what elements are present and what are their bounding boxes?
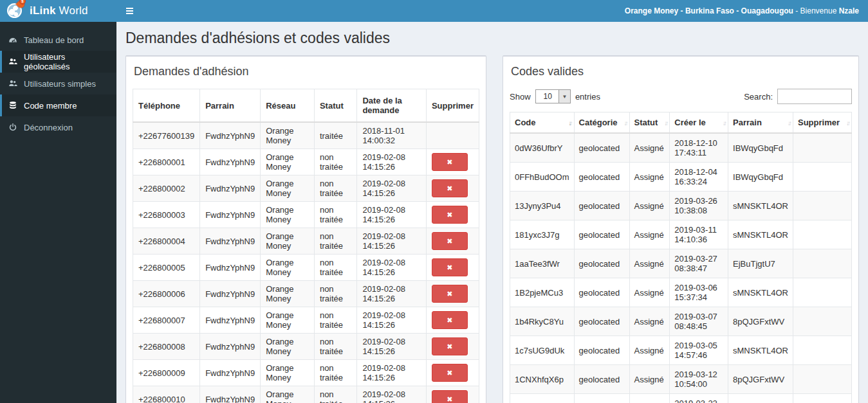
table-cell: Assigné xyxy=(629,336,670,365)
table-cell: non traitée xyxy=(314,255,357,281)
sort-icon: ↓↑ xyxy=(664,119,667,126)
table-cell: Assigné xyxy=(629,220,670,249)
table-cell xyxy=(793,249,851,278)
table-cell: sMNSKTL4OR xyxy=(728,278,793,307)
table-cell: non traitée xyxy=(314,386,357,403)
search-control: Search: xyxy=(744,89,852,104)
sidebar-toggle-button[interactable] xyxy=(116,0,143,22)
sidebar-menu: Tableau de bordUtilisateurs géolocalisés… xyxy=(0,22,116,138)
table-cell: Assigné xyxy=(629,192,670,220)
datatable-controls: Show 10 ▼ entries Search: xyxy=(510,89,852,104)
table-cell: 2019-03-26 10:38:08 xyxy=(670,192,728,220)
table-row: +226800008FwdhzYphN9Orange Moneynon trai… xyxy=(133,334,479,360)
users-icon xyxy=(8,79,17,88)
codes-column-header-sortable[interactable]: Catégorie↓↑ xyxy=(574,112,629,134)
table-cell: EjBuTjgtU7 xyxy=(728,249,793,278)
table-cell: +226800005 xyxy=(133,255,200,281)
globe-pin-logo-icon: $ xyxy=(7,3,24,19)
table-cell: 2019-02-08 14:15:26 xyxy=(357,175,427,202)
table-cell: Assigné xyxy=(629,249,670,278)
table-cell: Assigné xyxy=(629,394,670,403)
delete-button[interactable]: ✖ xyxy=(432,153,468,171)
table-cell xyxy=(793,278,851,307)
brand-logo[interactable]: $ iLink World xyxy=(0,0,116,22)
table-cell: Orange Money xyxy=(261,386,315,403)
table-cell: Orange Money xyxy=(261,255,315,281)
table-cell: 2019-03-22 08:45:22 xyxy=(670,394,728,403)
demandes-table: TéléphoneParrainRéseauStatutDate de la d… xyxy=(133,89,479,403)
sidebar-item-tableau-de-bord[interactable]: Tableau de bord xyxy=(0,29,116,51)
table-cell: Orange Money xyxy=(261,281,315,307)
table-cell: geolocated xyxy=(574,192,629,220)
table-cell: geolocated xyxy=(574,220,629,249)
codes-column-header-sortable[interactable]: Code↓↑ xyxy=(510,112,575,134)
sidebar-item-d-connexion[interactable]: Déconnexion xyxy=(0,116,116,138)
delete-button[interactable]: ✖ xyxy=(432,364,468,382)
table-cell: 2019-03-07 08:48:45 xyxy=(670,307,728,336)
table-cell: FwdhzYphN9 xyxy=(200,149,261,175)
sidebar-item-utilisateurs-simples[interactable]: Utilisateurs simples xyxy=(0,73,116,94)
table-cell xyxy=(793,192,851,220)
delete-button[interactable]: ✖ xyxy=(432,179,468,197)
table-cell: 2019-03-06 15:37:34 xyxy=(670,278,728,307)
table-row: 0dW36UfbrYgeolocatedAssigné2018-12-10 17… xyxy=(510,133,852,163)
sidebar: $ iLink World Tableau de bordUtilisateur… xyxy=(0,0,116,403)
codes-column-header-sortable[interactable]: Parrain↓↑ xyxy=(728,112,793,134)
table-cell: 8pQJGFxtWV xyxy=(728,365,793,394)
sidebar-item-label: Utilisateurs simples xyxy=(24,79,96,89)
table-cell: Assigné xyxy=(629,278,670,307)
codes-panel-title: Codes valides xyxy=(511,65,852,78)
table-cell: 2019-02-08 14:15:26 xyxy=(357,386,427,403)
table-row: 1d9CDtc4mvgeolocatedAssigné2019-03-22 08… xyxy=(510,394,852,403)
table-cell xyxy=(793,307,851,336)
demandes-column-header: Statut xyxy=(314,89,357,123)
table-cell: ✖ xyxy=(426,334,479,360)
table-cell: 1d9CDtc4mv xyxy=(510,394,575,403)
table-cell: 2019-02-08 14:15:26 xyxy=(357,202,427,228)
table-cell: ✖ xyxy=(426,149,479,175)
sidebar-item-utilisateurs-g-olocalis-s[interactable]: Utilisateurs géolocalisés xyxy=(0,51,116,73)
delete-button[interactable]: ✖ xyxy=(432,285,468,303)
demandes-column-header: Téléphone xyxy=(133,89,200,123)
demandes-panel: Demandes d'adhésion TéléphoneParrainRése… xyxy=(125,55,486,403)
table-cell: 2019-02-08 14:15:26 xyxy=(357,360,427,386)
table-row: +22677600139FwdhzYphN9Orange Moneytraité… xyxy=(133,122,479,149)
table-row: 1c7sUG9dUkgeolocatedAssigné2019-03-05 14… xyxy=(510,336,852,365)
table-cell: ✖ xyxy=(426,202,479,228)
table-cell: Assigné xyxy=(629,307,670,336)
table-row: +226800002FwdhzYphN9Orange Moneynon trai… xyxy=(133,175,479,202)
sort-icon: ↓↑ xyxy=(624,119,627,126)
table-cell: ✖ xyxy=(426,360,479,386)
sort-icon: ↓↑ xyxy=(569,119,571,126)
table-cell: 2019-03-12 10:54:00 xyxy=(670,365,728,394)
search-label: Search: xyxy=(744,92,773,102)
codes-column-header-sortable[interactable]: Créer le↓↑ xyxy=(670,112,728,134)
table-row: 1B2pjeMCu3geolocatedAssigné2019-03-06 15… xyxy=(510,278,852,307)
table-row: +226800004FwdhzYphN9Orange Moneynon trai… xyxy=(133,228,479,255)
table-cell: Orange Money xyxy=(261,334,315,360)
delete-button[interactable]: ✖ xyxy=(432,337,468,355)
codes-column-header-sortable[interactable]: Statut↓↑ xyxy=(629,112,670,134)
delete-button[interactable]: ✖ xyxy=(432,311,468,329)
delete-button[interactable]: ✖ xyxy=(432,258,468,276)
table-cell: 1c7sUG9dUk xyxy=(510,336,575,365)
table-cell: 13Jyny3Pu4 xyxy=(510,192,575,220)
delete-button[interactable]: ✖ xyxy=(432,232,468,250)
search-input[interactable] xyxy=(777,89,852,104)
table-cell: 2019-03-11 14:10:36 xyxy=(670,220,728,249)
power-icon xyxy=(8,123,17,132)
table-cell: Orange Money xyxy=(261,228,315,255)
table-cell: EjBuTjgtU7 xyxy=(728,394,793,403)
table-cell: +22677600139 xyxy=(133,122,200,149)
table-cell: 2018-12-10 17:43:11 xyxy=(670,133,728,163)
delete-button[interactable]: ✖ xyxy=(432,206,468,224)
page-length-select[interactable]: 10 ▼ xyxy=(535,89,571,103)
sidebar-item-code-membre[interactable]: Code membre xyxy=(0,94,116,116)
codes-column-header-sortable[interactable]: Supprimer↓↑ xyxy=(793,112,851,134)
table-cell: 2019-03-05 14:57:46 xyxy=(670,336,728,365)
delete-button[interactable]: ✖ xyxy=(432,390,468,403)
demandes-column-header: Date de la demande xyxy=(357,89,427,123)
table-cell: FwdhzYphN9 xyxy=(200,228,261,255)
table-cell: ✖ xyxy=(426,228,479,255)
table-row: 1b4RkyC8YugeolocatedAssigné2019-03-07 08… xyxy=(510,307,852,336)
